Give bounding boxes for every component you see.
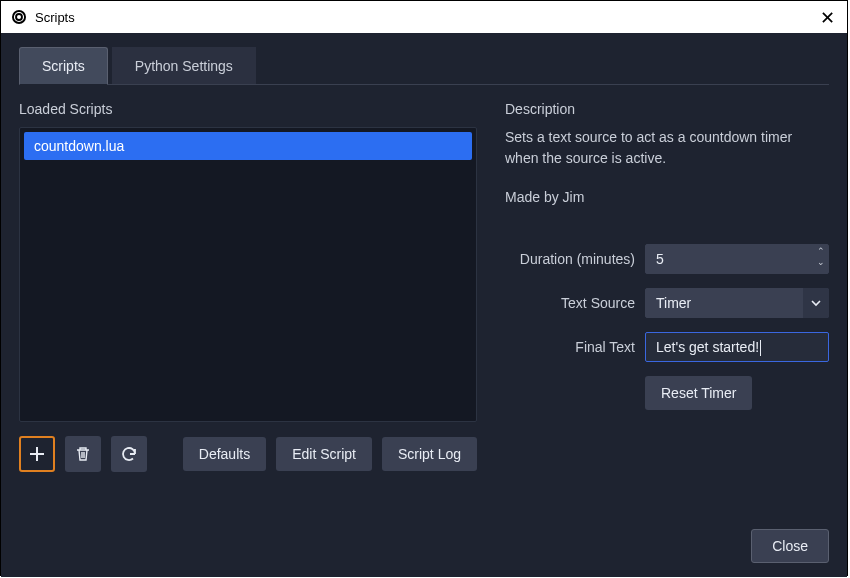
final-text-label: Final Text: [505, 339, 635, 355]
add-script-button[interactable]: [19, 436, 55, 472]
duration-spinner[interactable]: ⌃ ⌄: [817, 246, 825, 268]
spinner-down-icon[interactable]: ⌄: [817, 257, 825, 268]
svg-point-2: [17, 15, 21, 19]
right-panel: Description Sets a text source to act as…: [505, 101, 829, 472]
reset-timer-button[interactable]: Reset Timer: [645, 376, 752, 410]
close-button[interactable]: Close: [751, 529, 829, 563]
duration-label: Duration (minutes): [505, 251, 635, 267]
description-text-2: Made by Jim: [505, 187, 829, 208]
defaults-button[interactable]: Defaults: [183, 437, 266, 471]
loaded-scripts-title: Loaded Scripts: [19, 101, 477, 117]
description-title: Description: [505, 101, 829, 117]
spinner-up-icon[interactable]: ⌃: [817, 246, 825, 257]
chevron-down-icon[interactable]: [803, 288, 829, 318]
scripts-window: Scripts ✕ Scripts Python Settings Loaded…: [0, 0, 848, 576]
scripts-list[interactable]: countdown.lua: [19, 127, 477, 422]
duration-input[interactable]: [645, 244, 829, 274]
text-source-label: Text Source: [505, 295, 635, 311]
window-close-button[interactable]: ✕: [820, 7, 835, 29]
text-source-select[interactable]: Timer: [645, 288, 829, 318]
app-icon: [11, 9, 27, 25]
text-source-value: Timer: [656, 295, 691, 311]
description-text-1: Sets a text source to act as a countdown…: [505, 127, 829, 169]
content-area: Scripts Python Settings Loaded Scripts c…: [1, 33, 847, 577]
left-panel: Loaded Scripts countdown.lua Defaults: [19, 101, 477, 472]
final-text-input[interactable]: Let's get started!: [645, 332, 829, 362]
list-item[interactable]: countdown.lua: [24, 132, 472, 160]
tab-bar: Scripts Python Settings: [19, 47, 829, 85]
scripts-toolbar: Defaults Edit Script Script Log: [19, 436, 477, 472]
window-title: Scripts: [35, 10, 75, 25]
plus-icon: [28, 445, 46, 463]
reload-scripts-button[interactable]: [111, 436, 147, 472]
remove-script-button[interactable]: [65, 436, 101, 472]
reload-icon: [120, 445, 138, 463]
titlebar: Scripts ✕: [1, 1, 847, 33]
edit-script-button[interactable]: Edit Script: [276, 437, 372, 471]
tab-scripts[interactable]: Scripts: [19, 47, 108, 85]
trash-icon: [75, 446, 91, 462]
tab-python-settings[interactable]: Python Settings: [112, 47, 256, 84]
script-log-button[interactable]: Script Log: [382, 437, 477, 471]
